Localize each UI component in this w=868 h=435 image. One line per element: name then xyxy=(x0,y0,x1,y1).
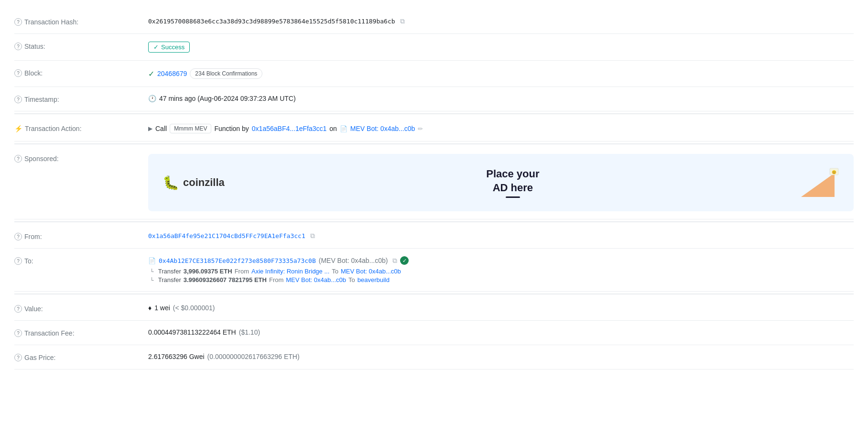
from-row: ? From: 0x1a56aBF4fe95e21C1704cBd5FFc79E… xyxy=(14,224,854,249)
action-from-address-link[interactable]: 0x1a56aBF4...1eFfa3cc1 xyxy=(252,125,326,132)
status-check-icon: ✓ xyxy=(153,44,159,51)
file-icon: 📄 xyxy=(340,125,347,132)
timestamp-row: ? Timestamp: 🕐 47 mins ago (Aug-06-2024 … xyxy=(14,87,854,111)
to-verified-icon: ✓ xyxy=(400,256,409,265)
block-row: ? Block: ✓ 20468679 234 Block Confirmati… xyxy=(14,61,854,87)
fee-usd: ($1.10) xyxy=(239,328,260,336)
transaction-hash-help-icon[interactable]: ? xyxy=(14,18,22,26)
status-help-icon[interactable]: ? xyxy=(14,43,22,50)
to-file-icon: 📄 xyxy=(148,257,156,264)
gas-price-value-col: 2.617663296 Gwei (0.000000002617663296 E… xyxy=(148,353,854,360)
value-value-col: ♦ 1 wei (< $0.000001) xyxy=(148,304,854,312)
transaction-fee-value-col: 0.000449738113222464 ETH ($1.10) xyxy=(148,328,854,336)
value-label: ? Value: xyxy=(14,304,148,313)
value-row: ? Value: ♦ 1 wei (< $0.000001) xyxy=(14,296,854,321)
ad-graphic: 😊 xyxy=(801,163,839,202)
to-row: ? To: 📄 0x4Ab12E7CE31857Ee022f273e8580F7… xyxy=(14,249,854,292)
block-number-link[interactable]: 20468679 xyxy=(157,70,187,77)
gas-price-row: ? Gas Price: 2.617663296 Gwei (0.0000000… xyxy=(14,345,854,370)
fee-amount: 0.000449738113222464 ETH xyxy=(148,328,236,336)
value-amount: 1 wei xyxy=(154,304,170,312)
block-label: ? Block: xyxy=(14,68,148,77)
transaction-fee-label: ? Transaction Fee: xyxy=(14,328,148,337)
transaction-fee-row: ? Transaction Fee: 0.000449738113222464 … xyxy=(14,321,854,345)
ad-banner[interactable]: 🐛 coinzilla Place your AD here 😊 xyxy=(148,154,854,211)
sponsored-value-col: 🐛 coinzilla Place your AD here 😊 xyxy=(148,154,854,211)
ad-triangle-graphic: 😊 xyxy=(801,163,839,202)
transfer-row-0: └ Transfer 3,996.09375 ETH From Axie Inf… xyxy=(150,268,401,275)
transfer-arrow-1: └ xyxy=(150,277,154,283)
from-label: ? From: xyxy=(14,232,148,240)
transaction-action-value-col: ▶ Call Mmmm MEV Function by 0x1a56aBF4..… xyxy=(148,124,854,133)
gas-amount: 2.617663296 Gwei xyxy=(148,353,205,360)
coinzilla-bug-icon: 🐛 xyxy=(163,175,179,191)
to-value-col: 📄 0x4Ab12E7CE31857Ee022f273e8580F73335a7… xyxy=(148,256,854,283)
ad-brand: 🐛 coinzilla xyxy=(163,175,225,191)
transfer-1-from-link[interactable]: MEV Bot: 0x4ab...c0b xyxy=(286,276,346,283)
transaction-hash-row: ? Transaction Hash: 0x2619570088683e6cc3… xyxy=(14,10,854,34)
coinzilla-logo: 🐛 coinzilla xyxy=(163,175,225,191)
ad-underline xyxy=(506,196,520,198)
status-badge: ✓ Success xyxy=(148,42,190,53)
copy-to-icon[interactable]: ⧉ xyxy=(392,257,397,265)
gas-price-label: ? Gas Price: xyxy=(14,353,148,361)
block-check-icon: ✓ xyxy=(148,69,154,78)
copy-from-icon[interactable]: ⧉ xyxy=(310,232,315,240)
timestamp-help-icon[interactable]: ? xyxy=(14,96,22,103)
action-arrow-icon: ▶ xyxy=(148,125,152,132)
sponsored-row: ? Sponsored: 🐛 coinzilla Place your AD h… xyxy=(14,146,854,219)
to-label: ? To: xyxy=(14,256,148,265)
confirmations-badge: 234 Block Confirmations xyxy=(190,68,262,79)
sponsored-label: ? Sponsored: xyxy=(14,154,148,163)
eth-diamond-icon: ♦ xyxy=(148,304,152,312)
transfer-0-from-link[interactable]: Axie Infinity: Ronin Bridge ... xyxy=(251,268,329,275)
transfer-1-to-link[interactable]: beaverbuild xyxy=(358,276,390,283)
from-value-col: 0x1a56aBF4fe95e21C1704cBd5FFc79EA1eFfa3c… xyxy=(148,232,854,240)
transaction-hash-value-col: 0x2619570088683e6cc3a38d93c3d98899e57838… xyxy=(148,17,854,25)
lightning-icon: ⚡ xyxy=(14,125,22,132)
to-help-icon[interactable]: ? xyxy=(14,257,22,265)
sponsored-help-icon[interactable]: ? xyxy=(14,155,22,163)
transaction-hash-label: ? Transaction Hash: xyxy=(14,17,148,26)
timestamp-value-col: 🕐 47 mins ago (Aug-06-2024 09:37:23 AM U… xyxy=(148,95,854,102)
block-value-col: ✓ 20468679 234 Block Confirmations xyxy=(148,68,854,79)
gas-price-help-icon[interactable]: ? xyxy=(14,354,22,361)
from-help-icon[interactable]: ? xyxy=(14,233,22,240)
ad-text: Place your AD here xyxy=(486,167,539,198)
edit-icon[interactable]: ✏ xyxy=(418,125,423,132)
value-usd: (< $0.000001) xyxy=(173,304,215,312)
status-row: ? Status: ✓ Success xyxy=(14,34,854,61)
transfer-0-to-link[interactable]: MEV Bot: 0x4ab...c0b xyxy=(341,268,401,275)
transaction-action-row: ⚡ Transaction Action: ▶ Call Mmmm MEV Fu… xyxy=(14,116,854,141)
to-address-line: 📄 0x4Ab12E7CE31857Ee022f273e8580F73335a7… xyxy=(148,256,409,265)
transaction-fee-help-icon[interactable]: ? xyxy=(14,329,22,337)
to-address-link[interactable]: 0x4Ab12E7CE31857Ee022f273e8580F73335a73c… xyxy=(159,257,316,264)
transaction-hash-value: 0x2619570088683e6cc3a38d93c3d98899e57838… xyxy=(148,18,395,25)
value-help-icon[interactable]: ? xyxy=(14,305,22,313)
transfer-row-1: └ Transfer 3.99609326607 7821795 ETH Fro… xyxy=(150,276,401,283)
to-label-suffix: (MEV Bot: 0x4ab...c0b) xyxy=(319,257,388,264)
status-value-col: ✓ Success xyxy=(148,42,854,53)
mev-badge: Mmmm MEV xyxy=(170,124,211,133)
timestamp-label: ? Timestamp: xyxy=(14,95,148,103)
transfer-list: └ Transfer 3,996.09375 ETH From Axie Inf… xyxy=(148,268,401,283)
block-help-icon[interactable]: ? xyxy=(14,69,22,77)
transfer-arrow-0: └ xyxy=(150,269,154,274)
gas-eth: (0.000000002617663296 ETH) xyxy=(207,353,300,360)
clock-icon: 🕐 xyxy=(148,95,156,102)
svg-text:😊: 😊 xyxy=(832,170,836,174)
transaction-action-label: ⚡ Transaction Action: xyxy=(14,124,148,132)
svg-marker-0 xyxy=(801,173,835,197)
status-label: ? Status: xyxy=(14,42,148,50)
action-to-label-link[interactable]: MEV Bot: 0x4ab...c0b xyxy=(350,125,415,132)
copy-hash-icon[interactable]: ⧉ xyxy=(400,17,405,25)
from-address-link[interactable]: 0x1a56aBF4fe95e21C1704cBd5FFc79EA1eFfa3c… xyxy=(148,232,305,239)
